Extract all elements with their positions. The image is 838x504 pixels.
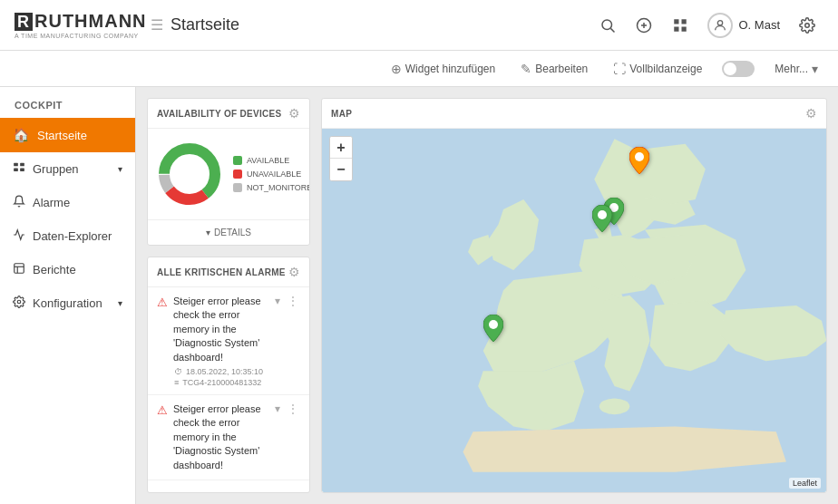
sidebar: COCKPIT 🏠 Startseite Gruppen ▾ Alarme Da… — [0, 87, 136, 504]
map-pin-2[interactable] — [592, 205, 612, 237]
sidebar-label-alarme: Alarme — [33, 196, 70, 209]
svg-point-27 — [598, 210, 607, 219]
alarm-meta: ⏱ 18.05.2022, 10:35:10 ≡ TCG4-2100004813… — [157, 367, 300, 387]
svg-point-18 — [17, 300, 21, 304]
sidebar-item-daten-explorer[interactable]: Daten-Explorer — [0, 219, 135, 253]
edit-button[interactable]: ✎ Bearbeiten — [515, 58, 593, 80]
availability-chart-area: AVAILABLE UNAVAILABLE NOT_MONITORED — [148, 129, 309, 219]
availability-gear-icon[interactable]: ⚙ — [288, 106, 300, 121]
breadcrumb-icon: ☰ — [151, 16, 163, 34]
alarm-more-button[interactable]: ⋮ — [286, 295, 300, 307]
svg-rect-6 — [682, 19, 687, 24]
sidebar-section-title: COCKPIT — [0, 87, 135, 118]
availability-widget: AVAILABILITY OF DEVICES ⚙ — [147, 98, 310, 246]
alarm-header-row: ⚠ Steiger error please check the error m… — [157, 295, 300, 364]
alarm-header-row-2: ⚠ Steiger error please check the error m… — [157, 402, 300, 472]
available-label: AVAILABLE — [247, 156, 289, 165]
sidebar-item-startseite[interactable]: 🏠 Startseite — [0, 118, 135, 152]
more-button[interactable]: Mehr... ▾ — [769, 58, 823, 80]
alarms-widget-header: ALLE KRITISCHEN ALARME ⚙ — [148, 257, 309, 287]
chevron-down-icon: ▾ — [812, 62, 818, 76]
map-gear-icon[interactable]: ⚙ — [805, 106, 817, 121]
svg-point-24 — [599, 398, 629, 414]
sidebar-label-gruppen: Gruppen — [33, 162, 79, 176]
page-title-area: ☰ Startseite — [151, 15, 591, 34]
sidebar-label-daten: Daten-Explorer — [33, 229, 112, 243]
lock-toggle[interactable] — [722, 61, 755, 77]
groups-icon — [13, 161, 25, 177]
zoom-in-button[interactable]: + — [330, 137, 352, 159]
svg-rect-14 — [20, 169, 24, 172]
alarms-widget-title: ALLE KRITISCHEN ALARME — [157, 267, 286, 277]
svg-point-25 — [544, 411, 564, 422]
left-panel: AVAILABILITY OF DEVICES ⚙ — [147, 98, 310, 493]
legend-not-monitored: NOT_MONITORED — [233, 183, 310, 192]
topbar-actions: O. Mast — [591, 9, 823, 42]
main-layout: COCKPIT 🏠 Startseite Gruppen ▾ Alarme Da… — [0, 87, 838, 504]
svg-rect-5 — [675, 19, 679, 24]
map-pin-4[interactable] — [483, 315, 503, 347]
edit-icon: ✎ — [521, 62, 531, 76]
sidebar-item-berichte[interactable]: Berichte — [0, 253, 135, 286]
user-menu[interactable]: O. Mast — [700, 9, 787, 42]
widget-add-label: Widget hinzufügen — [405, 63, 495, 75]
pin-icon-orange — [629, 147, 649, 174]
details-link-label: DETAILS — [214, 228, 251, 237]
add-button[interactable] — [628, 9, 660, 42]
map-widget-title: MAP — [331, 109, 352, 119]
alarm-expand-button[interactable]: ▾ — [273, 295, 282, 307]
settings-button[interactable] — [791, 9, 823, 42]
svg-point-28 — [635, 152, 644, 161]
svg-point-9 — [718, 20, 723, 24]
config-icon — [13, 296, 25, 311]
search-button[interactable] — [591, 9, 624, 42]
device-icon: ≡ — [174, 378, 179, 387]
fullscreen-icon: ⛶ — [613, 62, 626, 76]
map-background — [322, 129, 826, 492]
sidebar-item-konfiguration[interactable]: Konfiguration ▾ — [0, 286, 135, 320]
chevron-down-icon: ▾ — [118, 298, 122, 308]
available-color-dot — [233, 156, 242, 165]
logo-text: RRUTHMANN — [15, 12, 147, 31]
grid-button[interactable] — [664, 9, 697, 42]
sidebar-item-alarme[interactable]: Alarme — [0, 186, 135, 219]
report-icon — [13, 262, 25, 277]
legend-unavailable: UNAVAILABLE — [233, 170, 310, 179]
more-label: Mehr... — [775, 63, 808, 75]
svg-rect-8 — [682, 26, 687, 31]
svg-point-10 — [805, 23, 810, 27]
settings-icon — [799, 17, 815, 34]
page-title: Startseite — [171, 15, 239, 34]
sidebar-label-berichte: Berichte — [33, 263, 76, 276]
donut-chart — [157, 141, 222, 207]
alarm-more-button-2[interactable]: ⋮ — [286, 402, 300, 415]
topbar: RRUTHMANN A TIME MANUFACTURING COMPANY ☰… — [0, 0, 838, 51]
user-icon — [713, 18, 727, 33]
availability-widget-header: AVAILABILITY OF DEVICES ⚙ — [148, 99, 309, 129]
zoom-out-button[interactable]: − — [330, 159, 352, 180]
details-link[interactable]: ▾ DETAILS — [148, 219, 309, 245]
sidebar-label-startseite: Startseite — [37, 129, 87, 142]
fullscreen-button[interactable]: ⛶ Vollbildanzeige — [608, 58, 707, 80]
widget-add-button[interactable]: ⊕ Widget hinzufügen — [385, 58, 501, 80]
fullscreen-label: Vollbildanzeige — [629, 63, 702, 75]
map-container[interactable]: + − — [322, 129, 826, 492]
unavailable-color-dot — [233, 170, 242, 179]
not-monitored-color-dot — [233, 183, 242, 192]
alarm-timestamp: 18.05.2022, 10:35:10 — [186, 367, 263, 376]
map-pin-3[interactable] — [629, 147, 649, 179]
alarm-warning-icon: ⚠ — [157, 296, 168, 309]
leaflet-attribution: Leaflet — [789, 478, 821, 489]
alarms-gear-icon[interactable]: ⚙ — [288, 265, 300, 279]
toggle-thumb — [724, 63, 736, 75]
sidebar-item-gruppen[interactable]: Gruppen ▾ — [0, 152, 135, 186]
logo: RRUTHMANN A TIME MANUFACTURING COMPANY — [15, 12, 147, 39]
svg-rect-15 — [15, 264, 24, 274]
unavailable-label: UNAVAILABLE — [247, 170, 301, 179]
alarm-controls: ▾ ⋮ — [273, 295, 300, 307]
alarm-item: ⚠ Steiger error please check the error m… — [148, 287, 309, 395]
alarm-expand-button-2[interactable]: ▾ — [273, 402, 282, 415]
availability-widget-title: AVAILABILITY OF DEVICES — [157, 109, 281, 119]
not-monitored-label: NOT_MONITORED — [247, 183, 310, 192]
legend: AVAILABLE UNAVAILABLE NOT_MONITORED — [233, 156, 310, 192]
